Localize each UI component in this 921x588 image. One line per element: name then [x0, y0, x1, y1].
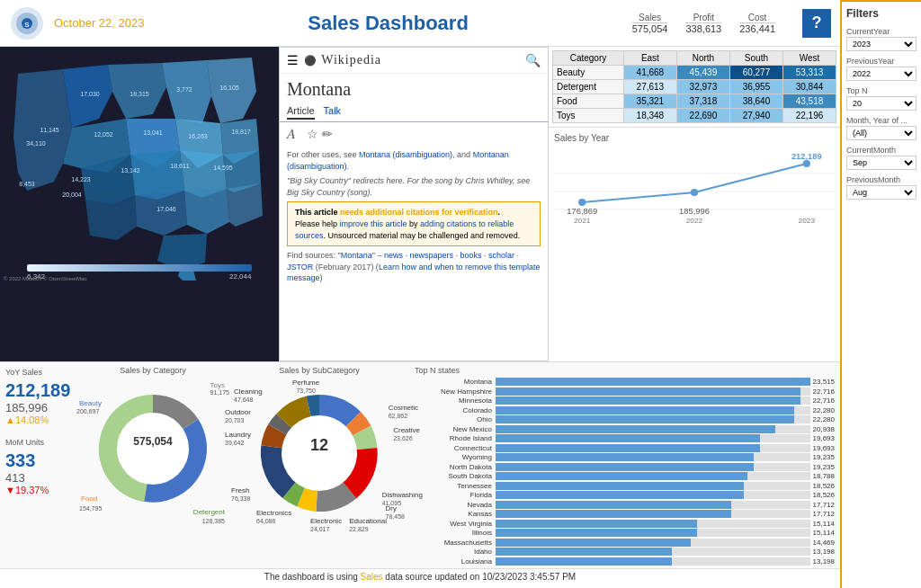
wiki-disambiguation: For other uses, see Montana (disambiguat…: [287, 149, 541, 172]
wiki-article-title: Montana: [280, 74, 548, 102]
cat-row-label: Beauty: [553, 66, 624, 80]
bar-track: [496, 501, 810, 509]
svg-text:3,772: 3,772: [176, 86, 192, 93]
month-year-label: Month, Year of ...: [846, 116, 917, 125]
col-north: North: [676, 51, 729, 66]
current-month-label: CurrentMonth: [846, 146, 917, 155]
bar-track: [496, 510, 810, 518]
svg-text:16,263: 16,263: [188, 133, 208, 139]
bar-track: [496, 434, 810, 442]
table-row: Detergent27,61332,97336,95530,844: [553, 80, 836, 94]
cat-cell: 53,313: [782, 66, 836, 80]
cat-cell: 35,321: [623, 94, 676, 109]
table-row: Food35,32137,31838,64043,518: [553, 94, 836, 109]
kpi-header: Sales 575,054 Profit 338,613 Cost 236,44…: [632, 9, 831, 38]
col-south: South: [729, 51, 782, 66]
bar-row: Minnesota22,716: [415, 396, 835, 405]
bar-value: 19,693: [813, 444, 835, 452]
bar-track: [496, 425, 810, 433]
bar-value: 20,938: [813, 425, 835, 433]
cat-row-label: Toys: [553, 109, 624, 123]
cat-cell: 36,955: [729, 80, 782, 94]
table-row: Toys18,34822,69027,94022,196: [553, 109, 836, 123]
bar-row: Idaho13,198: [415, 548, 835, 556]
svg-text:575,054: 575,054: [133, 435, 173, 448]
bar-label: North Dakota: [415, 463, 496, 471]
bar-row: North Dakota19,235: [415, 463, 835, 471]
status-text-suffix: data source updated on 10/23/2023 3:45:5…: [383, 572, 577, 582]
svg-text:13,142: 13,142: [121, 167, 140, 174]
previous-year-select[interactable]: 202220212020: [846, 67, 917, 81]
wiki-sources: Find sources: "Montana" – news · newspap…: [287, 250, 541, 284]
sales-year-title: Sales by Year: [554, 133, 835, 143]
svg-text:17,046: 17,046: [156, 206, 176, 212]
previous-year-label: PreviousYear: [846, 57, 917, 66]
bar-row: Colorado22,280: [415, 406, 835, 414]
cat-cell: 18,348: [623, 109, 676, 123]
cat-row-label: Detergent: [553, 80, 624, 94]
svg-text:2021: 2021: [574, 217, 591, 225]
svg-text:212,189: 212,189: [791, 152, 822, 161]
bar-row: Rhode Island19,693: [415, 434, 835, 442]
header-date: October 22, 2023: [54, 16, 144, 30]
status-sales-link: Sales: [361, 572, 383, 582]
bar-row: New Hampshire22,716: [415, 388, 835, 396]
page-title: Sales Dashboard: [144, 12, 631, 35]
bar-fill: [496, 529, 697, 537]
mom-pct: ▼19.37%: [5, 485, 71, 495]
current-month-select[interactable]: SepAugOct: [846, 156, 917, 170]
bar-fill: [496, 425, 775, 433]
previous-month-select[interactable]: AugJulSep: [846, 185, 917, 200]
bar-fill: [496, 396, 800, 405]
bar-row: Louisiana13,198: [415, 557, 835, 566]
sales-year-area: Sales by Year: [549, 128, 840, 361]
help-button[interactable]: ?: [802, 9, 831, 38]
wiki-search-icon[interactable]: 🔍: [525, 53, 541, 67]
bar-value: 22,280: [813, 415, 835, 423]
bar-fill: [496, 472, 747, 480]
mom-big-num: 333: [5, 450, 71, 471]
filters-title: Filters: [846, 7, 917, 20]
bar-label: West Virginia: [415, 520, 496, 528]
wiki-star-icon[interactable]: ☆: [307, 127, 318, 141]
bar-track: [496, 463, 810, 471]
svg-point-29: [578, 199, 586, 206]
cat-row-label: Food: [553, 94, 624, 109]
wiki-tab-article[interactable]: Article: [287, 103, 315, 120]
bar-label: Colorado: [415, 406, 496, 414]
bar-track: [496, 453, 810, 461]
top-n-select[interactable]: 20105: [846, 96, 917, 111]
bar-value: 22,716: [813, 396, 835, 405]
cat-cell: 37,318: [676, 94, 729, 109]
svg-point-31: [803, 160, 810, 167]
category-table: Category East North South West Beauty41,…: [552, 50, 836, 123]
wiki-menu-icon[interactable]: ☰: [287, 53, 299, 67]
svg-text:12: 12: [310, 436, 328, 454]
bar-row: Wyoming19,235: [415, 453, 835, 461]
cat-cell: 41,668: [623, 66, 676, 80]
svg-text:16,105: 16,105: [219, 85, 239, 91]
wiki-edit-icon[interactable]: ✏: [322, 127, 333, 141]
bar-track: [496, 548, 810, 556]
bar-track: [496, 557, 810, 566]
wiki-tab-talk[interactable]: Talk: [324, 103, 342, 120]
svg-point-30: [691, 189, 698, 196]
wiki-logo: ⚫ Wikipedia: [304, 53, 525, 67]
bar-label: Nevada: [415, 501, 496, 509]
mom-label: MoM Units: [5, 438, 71, 447]
bar-value: 15,114: [813, 520, 835, 528]
bar-label: Tennessee: [415, 482, 496, 490]
cat-cell: 32,973: [676, 80, 729, 94]
svg-text:34,110: 34,110: [26, 140, 46, 147]
svg-text:12,052: 12,052: [94, 131, 113, 138]
bar-label: New Hampshire: [415, 388, 496, 396]
cat-cell: 60,277: [729, 66, 782, 80]
current-year-select[interactable]: 202320222021: [846, 37, 917, 51]
month-year-select[interactable]: (All): [846, 126, 917, 140]
previous-month-label: PreviousMonth: [846, 175, 917, 184]
bar-track: [496, 406, 810, 414]
bar-track: [496, 482, 810, 490]
svg-text:8,453: 8,453: [19, 181, 35, 187]
cat-cell: 27,613: [623, 80, 676, 94]
bar-fill: [496, 548, 672, 556]
